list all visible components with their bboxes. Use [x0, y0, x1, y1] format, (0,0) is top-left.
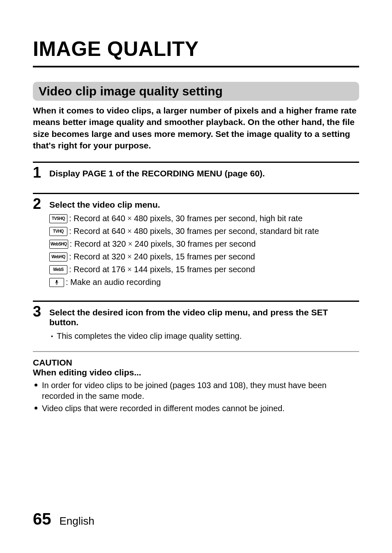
mode-icon-webs: WebS	[49, 265, 67, 274]
page-title: IMAGE QUALITY	[33, 37, 359, 61]
lead-paragraph: When it comes to video clips, a larger n…	[33, 105, 359, 151]
option-webs: WebS : Record at 176 × 144 pixels, 15 fr…	[49, 265, 359, 274]
option-list: TVSHQ : Record at 640 × 480 pixels, 30 f…	[49, 214, 359, 287]
option-webhq: WebHQ : Record at 320 × 240 pixels, 15 f…	[49, 252, 359, 261]
caution-bullets: In order for video clips to be joined (p…	[33, 380, 359, 414]
option-audio: : Make an audio recording	[49, 278, 359, 287]
option-tvhq: TVHQ : Record at 640 × 480 pixels, 30 fr…	[49, 227, 359, 236]
section-header: Video clip image quality setting	[33, 82, 359, 101]
mode-icon-tvhq: TVHQ	[49, 227, 67, 236]
option-tvshq: TVSHQ : Record at 640 × 480 pixels, 30 f…	[49, 214, 359, 223]
mode-icon-webshq: WebSHQ	[49, 240, 68, 249]
step-3-bullet: This completes the video clip image qual…	[49, 331, 359, 341]
caution-subtitle: When editing video clips...	[33, 368, 359, 377]
page-number: 65	[33, 510, 51, 528]
option-text: : Record at 640 × 480 pixels, 30 frames …	[69, 214, 302, 223]
option-text: : Record at 320 × 240 pixels, 30 frames …	[70, 239, 256, 249]
step-2-heading: Select the video clip menu.	[49, 200, 359, 210]
step-1-heading: Display PAGE 1 of the RECORDING MENU (pa…	[49, 169, 359, 178]
step-number-2: 2	[33, 197, 49, 211]
title-underline	[33, 66, 359, 67]
step-3-heading: Select the desired icon from the video c…	[49, 308, 359, 327]
caution-bullet-2: Video clips that were recorded in differ…	[33, 403, 359, 414]
page-footer: 65 English	[33, 510, 95, 528]
step-1: 1 Display PAGE 1 of the RECORDING MENU (…	[33, 162, 359, 183]
mode-icon-tvshq: TVSHQ	[49, 214, 67, 223]
step-number-3: 3	[33, 304, 49, 319]
step-3: 3 Select the desired icon from the video…	[33, 301, 359, 341]
option-text: : Make an audio recording	[66, 278, 161, 287]
step-2: 2 Select the video clip menu. TVSHQ : Re…	[33, 193, 359, 290]
option-text: : Record at 640 × 480 pixels, 30 frames …	[69, 227, 319, 236]
mode-icon-webhq: WebHQ	[49, 252, 67, 261]
page-language: English	[60, 515, 95, 528]
option-text: : Record at 176 × 144 pixels, 15 frames …	[69, 265, 255, 274]
caution-bullet-1: In order for video clips to be joined (p…	[33, 380, 359, 401]
microphone-icon	[49, 278, 64, 287]
option-text: : Record at 320 × 240 pixels, 15 frames …	[69, 252, 255, 261]
caution-divider	[33, 351, 359, 352]
step-number-1: 1	[33, 165, 49, 180]
option-webshq: WebSHQ : Record at 320 × 240 pixels, 30 …	[49, 239, 359, 249]
caution-title: CAUTION	[33, 358, 359, 368]
